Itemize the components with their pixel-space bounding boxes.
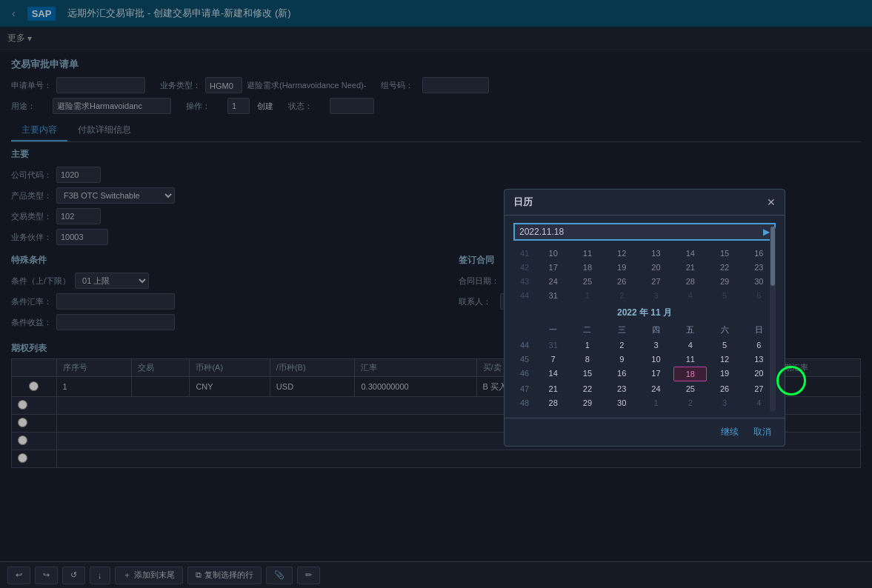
prev-d-18[interactable]: 18 — [570, 261, 604, 274]
calendar-scrollbar[interactable] — [770, 227, 776, 412]
cal-d-9[interactable]: 9 — [605, 353, 639, 366]
calendar-month-label: 2022 年 11 月 — [617, 307, 672, 319]
dialog-close-button[interactable]: ✕ — [767, 196, 776, 208]
header-tue: 二 — [570, 322, 604, 338]
cal-d-18-today[interactable]: 18 — [673, 367, 707, 381]
calendar-body: 2022.11.18 ▶ 41 10 11 12 13 14 15 16 42 … — [505, 216, 785, 418]
cal-d-2[interactable]: 2 — [605, 338, 639, 352]
prev-d-21[interactable]: 21 — [673, 261, 707, 274]
prev-d-10[interactable]: 10 — [536, 247, 570, 260]
prev-d-1a[interactable]: 1 — [570, 289, 604, 302]
prev-d-25[interactable]: 25 — [570, 275, 604, 288]
cal-d-16[interactable]: 16 — [605, 367, 639, 381]
prev-d-22[interactable]: 22 — [708, 261, 741, 274]
cal-d-30[interactable]: 30 — [605, 396, 639, 410]
cal-week-47: 47 21 22 23 24 25 26 27 — [513, 382, 776, 395]
header-sat: 六 — [708, 322, 741, 338]
cal-d-14[interactable]: 14 — [536, 367, 570, 381]
cal-d-1b[interactable]: 1 — [639, 396, 673, 410]
cal-d-28[interactable]: 28 — [536, 396, 570, 410]
prev-d-19[interactable]: 19 — [605, 261, 639, 274]
cal-d-2b[interactable]: 2 — [673, 396, 707, 410]
header-wed: 三 — [605, 322, 639, 338]
calendar-dialog: 日历 ✕ 2022.11.18 ▶ 41 10 11 12 13 14 15 1… — [504, 189, 785, 447]
prev-d-17[interactable]: 17 — [536, 261, 570, 274]
cal-d-11[interactable]: 11 — [673, 353, 707, 366]
wnum-45: 45 — [513, 353, 536, 366]
cal-d-8[interactable]: 8 — [570, 353, 604, 366]
cal-week-44: 44 31 1 2 3 4 5 6 — [513, 338, 776, 352]
prev-d-14[interactable]: 14 — [673, 247, 707, 260]
header-fri: 五 — [673, 322, 707, 338]
prev-d-31[interactable]: 31 — [536, 289, 570, 302]
week-header-empty — [513, 322, 536, 338]
cal-d-15[interactable]: 15 — [570, 367, 604, 381]
wnum-46: 46 — [513, 367, 536, 381]
week-41: 41 — [513, 247, 536, 260]
cal-d-29[interactable]: 29 — [570, 396, 604, 410]
dialog-header: 日历 ✕ — [505, 190, 785, 216]
prev-d-20[interactable]: 20 — [639, 261, 673, 274]
prev-d-24[interactable]: 24 — [536, 275, 570, 288]
wnum-47: 47 — [513, 382, 536, 395]
prev-d-29[interactable]: 29 — [708, 275, 741, 288]
prev-month-rows: 41 10 11 12 13 14 15 16 42 17 18 19 20 2… — [513, 247, 776, 302]
calendar-date-input[interactable]: 2022.11.18 ▶ — [513, 223, 776, 241]
cal-d-31[interactable]: 31 — [536, 338, 570, 352]
prev-d-15[interactable]: 15 — [708, 247, 741, 260]
prev-d-27[interactable]: 27 — [639, 275, 673, 288]
prev-d-28[interactable]: 28 — [673, 275, 707, 288]
prev-d-12[interactable]: 12 — [605, 247, 639, 260]
week-43: 43 — [513, 275, 536, 288]
cal-week-45: 45 7 8 9 10 11 12 13 — [513, 353, 776, 366]
prev-d-5a[interactable]: 5 — [708, 289, 741, 302]
cal-d-12[interactable]: 12 — [708, 353, 741, 366]
cal-d-1[interactable]: 1 — [570, 338, 604, 352]
header-mon: 一 — [536, 322, 570, 338]
cal-d-25[interactable]: 25 — [673, 382, 707, 395]
prev-d-11[interactable]: 11 — [570, 247, 604, 260]
cal-d-21[interactable]: 21 — [536, 382, 570, 395]
calendar-date-value: 2022.11.18 — [519, 227, 564, 237]
week-42: 42 — [513, 261, 536, 274]
cal-d-26[interactable]: 26 — [708, 382, 741, 395]
cal-d-5[interactable]: 5 — [708, 338, 741, 352]
cal-d-3[interactable]: 3 — [639, 338, 673, 352]
prev-d-4a[interactable]: 4 — [673, 289, 707, 302]
prev-d-2a[interactable]: 2 — [605, 289, 639, 302]
prev-row-2: 42 17 18 19 20 21 22 23 — [513, 261, 776, 274]
calendar-scrollbar-thumb[interactable] — [771, 227, 775, 286]
cal-d-4[interactable]: 4 — [673, 338, 707, 352]
cal-d-17[interactable]: 17 — [639, 367, 673, 381]
cal-d-24[interactable]: 24 — [639, 382, 673, 395]
dialog-title: 日历 — [513, 196, 533, 209]
day-header-row: 一 二 三 四 五 六 日 — [513, 322, 776, 338]
header-thu: 四 — [639, 322, 673, 338]
prev-d-3a[interactable]: 3 — [639, 289, 673, 302]
week-44a: 44 — [513, 289, 536, 302]
cal-d-3b[interactable]: 3 — [708, 396, 741, 410]
cal-d-10[interactable]: 10 — [639, 353, 673, 366]
cal-week-46: 46 14 15 16 17 18 19 20 — [513, 367, 776, 381]
cal-d-7[interactable]: 7 — [536, 353, 570, 366]
prev-row-3: 43 24 25 26 27 28 29 30 — [513, 275, 776, 288]
cal-week-48: 48 28 29 30 1 2 3 4 — [513, 396, 776, 410]
prev-row-1: 41 10 11 12 13 14 15 16 — [513, 247, 776, 260]
wnum-44: 44 — [513, 338, 536, 352]
dialog-continue-button[interactable]: 继续 — [716, 424, 743, 440]
prev-row-4: 44 31 1 2 3 4 5 6 — [513, 289, 776, 302]
wnum-48: 48 — [513, 396, 536, 410]
calendar-month-row: 2022 年 11 月 — [513, 307, 776, 319]
cal-d-23[interactable]: 23 — [605, 382, 639, 395]
cal-d-22[interactable]: 22 — [570, 382, 604, 395]
prev-d-13[interactable]: 13 — [639, 247, 673, 260]
dialog-footer: 继续 取消 — [505, 418, 785, 446]
cal-d-19[interactable]: 19 — [708, 367, 741, 381]
calendar-nav-icon: ▶ — [763, 227, 770, 237]
prev-d-26[interactable]: 26 — [605, 275, 639, 288]
dialog-cancel-button[interactable]: 取消 — [749, 424, 776, 440]
